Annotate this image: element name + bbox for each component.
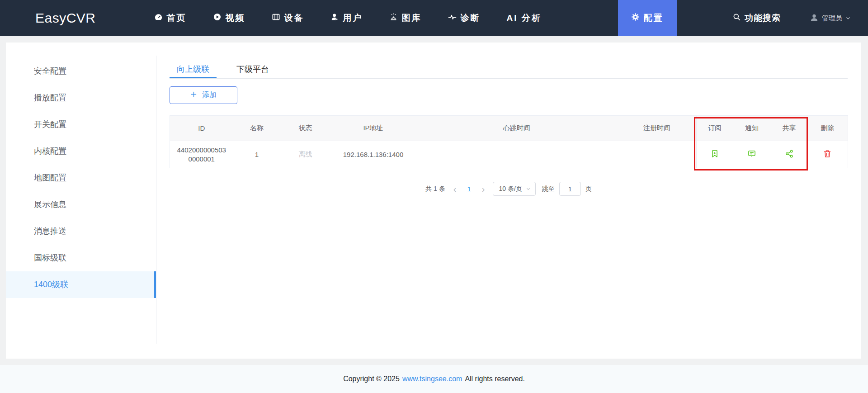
nav-item-label: 首页 <box>167 12 187 24</box>
notify-icon[interactable] <box>747 149 756 158</box>
page-number-1[interactable]: 1 <box>464 185 473 193</box>
jump-prefix-label: 跳至 <box>542 185 555 193</box>
admin-avatar-icon <box>810 13 819 24</box>
header-name: 名称 <box>233 116 281 141</box>
page-jump-input[interactable] <box>559 182 581 196</box>
sidebar-item-gb-cascade[interactable]: 国标级联 <box>6 245 156 271</box>
chevron-down-icon <box>845 14 851 22</box>
subscribe-icon[interactable] <box>710 149 719 158</box>
app-logo: EasyCVR <box>35 10 96 26</box>
add-button[interactable]: 添加 <box>170 86 237 104</box>
table-header-row: ID 名称 状态 IP地址 心跳时间 注册时间 订阅 通知 共享 删除 <box>170 116 848 141</box>
plus-icon <box>190 91 197 99</box>
user-icon <box>330 13 339 24</box>
nav-item-gallery[interactable]: 图库 <box>376 0 435 36</box>
cell-id: 44020000005030000001 <box>170 141 233 168</box>
video-icon <box>213 13 222 24</box>
admin-user-label: 管理员 <box>822 14 842 23</box>
cell-name: 1 <box>233 141 281 168</box>
cell-status: 离线 <box>281 141 330 168</box>
jump-suffix-label: 页 <box>585 185 592 193</box>
sidebar-item-kernel-config[interactable]: 内核配置 <box>6 138 156 165</box>
page-footer: Copyright © 2025 www.tsingsee.com All ri… <box>0 365 868 393</box>
search-icon <box>732 13 741 24</box>
function-search-button[interactable]: 功能搜索 <box>732 12 781 24</box>
page-size-select[interactable]: 10 条/页 <box>493 182 535 196</box>
alarm-gallery-icon <box>389 13 398 24</box>
header-status: 状态 <box>281 116 330 141</box>
sidebar-item-playback-config[interactable]: 播放配置 <box>6 85 156 111</box>
dashboard-icon <box>154 13 163 24</box>
nav-item-label: 图库 <box>402 12 422 24</box>
nav-item-label: 诊断 <box>461 12 481 24</box>
pagination: 共 1 条 ‹ 1 › 10 条/页 跳至 页 <box>170 182 848 196</box>
header-notify: 通知 <box>733 116 771 141</box>
header-heartbeat-time: 心跳时间 <box>416 116 618 141</box>
cascade-tabs: 向上级联 下级平台 <box>170 61 848 79</box>
header-id: ID <box>170 116 233 141</box>
sidebar-item-security-config[interactable]: 安全配置 <box>6 58 156 85</box>
header-delete: 删除 <box>807 116 848 141</box>
delete-icon[interactable] <box>823 149 832 158</box>
sidebar-item-display-info[interactable]: 展示信息 <box>6 191 156 218</box>
sidebar-item-switch-config[interactable]: 开关配置 <box>6 111 156 138</box>
add-button-label: 添加 <box>202 90 217 100</box>
header-register-time: 注册时间 <box>618 116 697 141</box>
nav-item-label: 设备 <box>284 12 304 24</box>
header-ip: IP地址 <box>330 116 416 141</box>
content-card: 安全配置 播放配置 开关配置 内核配置 地图配置 展示信息 消息推送 国标级联 … <box>6 43 861 359</box>
gear-icon <box>631 13 640 24</box>
admin-user-menu[interactable]: 管理员 <box>810 13 851 24</box>
nav-item-label: AI 分析 <box>507 12 542 24</box>
nav-item-home[interactable]: 首页 <box>141 0 200 36</box>
next-page-button[interactable]: › <box>480 185 487 194</box>
top-navbar: EasyCVR 首页 视频 设备 用户 图库 诊断 AI 分析 <box>0 0 868 36</box>
cascade-table: ID 名称 状态 IP地址 心跳时间 注册时间 订阅 通知 共享 删除 4402… <box>170 115 848 168</box>
nav-item-user[interactable]: 用户 <box>317 0 376 36</box>
nav-item-video[interactable]: 视频 <box>200 0 259 36</box>
copyright-prefix: Copyright © 2025 <box>343 375 400 383</box>
sidebar-item-1400-cascade[interactable]: 1400级联 <box>6 271 156 298</box>
cell-heartbeat-time <box>416 141 618 168</box>
copyright-suffix: All rights reserved. <box>465 375 525 383</box>
main-panel: 向上级联 下级平台 添加 ID 名称 状态 IP地址 心跳时间 注册时间 <box>156 43 861 196</box>
sidebar-item-message-push[interactable]: 消息推送 <box>6 218 156 245</box>
select-caret-icon <box>526 185 531 193</box>
main-menu: 首页 视频 设备 用户 图库 诊断 AI 分析 配置 <box>141 0 677 36</box>
sidebar-item-map-config[interactable]: 地图配置 <box>6 165 156 191</box>
config-sidebar: 安全配置 播放配置 开关配置 内核配置 地图配置 展示信息 消息推送 国标级联 … <box>6 58 156 298</box>
page-jump: 跳至 页 <box>542 182 592 196</box>
cell-register-time <box>618 141 697 168</box>
nav-item-diagnosis[interactable]: 诊断 <box>435 0 494 36</box>
prev-page-button[interactable]: ‹ <box>452 185 458 194</box>
function-search-label: 功能搜索 <box>745 12 781 24</box>
cell-ip: 192.168.1.136:1400 <box>330 141 416 168</box>
header-share: 共享 <box>771 116 807 141</box>
tsingsee-link[interactable]: www.tsingsee.com <box>402 375 462 383</box>
share-icon[interactable] <box>785 149 794 158</box>
nav-item-config[interactable]: 配置 <box>618 0 677 36</box>
navbar-right: 功能搜索 管理员 <box>732 12 868 24</box>
nav-item-label: 视频 <box>226 12 245 24</box>
nav-item-label: 配置 <box>644 12 664 24</box>
device-icon <box>272 13 280 24</box>
nav-item-ai-analysis[interactable]: AI 分析 <box>494 0 555 36</box>
pagination-total: 共 1 条 <box>425 185 445 193</box>
nav-item-device[interactable]: 设备 <box>259 0 317 36</box>
tab-upper-cascade[interactable]: 向上级联 <box>170 61 217 78</box>
pulse-icon <box>448 13 457 24</box>
tab-lower-platform[interactable]: 下级平台 <box>229 61 276 78</box>
nav-item-label: 用户 <box>343 12 363 24</box>
page-size-label: 10 条/页 <box>499 185 522 193</box>
header-subscribe: 订阅 <box>697 116 733 141</box>
table-row: 44020000005030000001 1 离线 192.168.1.136:… <box>170 141 848 168</box>
